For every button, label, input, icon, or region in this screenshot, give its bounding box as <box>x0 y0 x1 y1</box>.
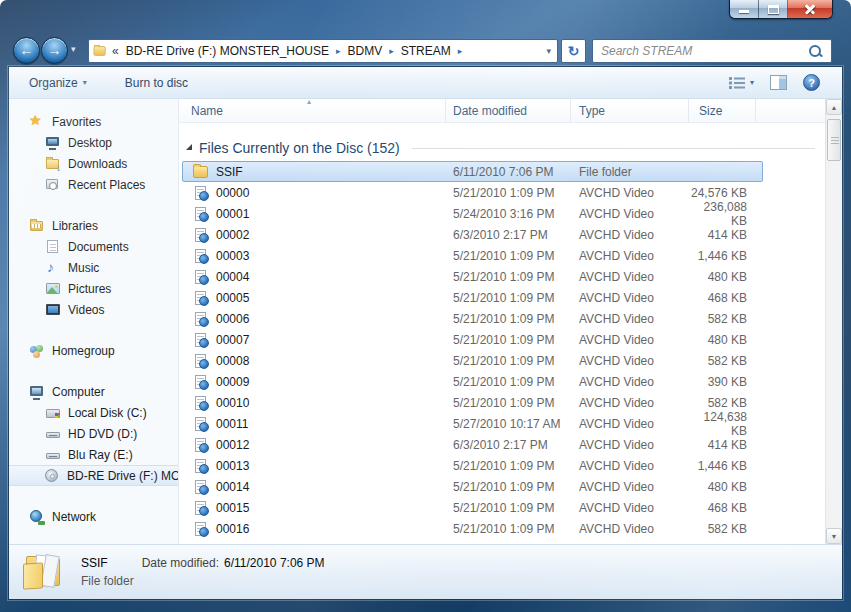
sidebar-label: Music <box>68 261 99 275</box>
toolbar-right-group: ▾ ? <box>729 74 820 91</box>
scroll-down-button[interactable]: ▼ <box>826 528 842 544</box>
table-row[interactable]: 00002 6/3/2010 2:17 PM AVCHD Video 414 K… <box>179 224 825 245</box>
star-icon <box>29 114 45 130</box>
back-button[interactable]: ← <box>13 37 40 64</box>
recent-places-icon <box>45 177 61 193</box>
vertical-scrollbar[interactable]: ▲ ▼ <box>825 99 842 544</box>
sidebar-item-videos[interactable]: Videos <box>9 299 178 320</box>
column-header-name[interactable]: ▴ Name <box>179 99 446 122</box>
table-row[interactable]: 00016 5/21/2010 1:09 PM AVCHD Video 582 … <box>179 518 825 539</box>
sidebar-label: Favorites <box>52 115 101 129</box>
column-header-date-modified[interactable]: Date modified <box>446 99 571 122</box>
burn-to-disc-button[interactable]: Burn to disc <box>117 72 196 94</box>
group-header-label: Files Currently on the Disc (152) <box>199 140 400 156</box>
chevron-down-icon: ▾ <box>750 78 754 87</box>
breadcrumb-overflow[interactable]: « <box>112 44 119 58</box>
forward-button[interactable]: → <box>41 37 68 64</box>
sidebar-item-documents[interactable]: Documents <box>9 236 178 257</box>
sort-ascending-icon: ▴ <box>307 97 311 106</box>
table-row[interactable]: 00009 5/21/2010 1:09 PM AVCHD Video 390 … <box>179 371 825 392</box>
hard-disk-icon <box>45 405 61 421</box>
avchd-video-icon <box>193 353 209 369</box>
main-area: Favorites Desktop ↓ Downloads Recent Pla… <box>9 99 842 544</box>
table-row[interactable]: 00006 5/21/2010 1:09 PM AVCHD Video 582 … <box>179 308 825 329</box>
scrollbar-thumb[interactable] <box>827 119 841 161</box>
back-icon: ← <box>20 42 34 58</box>
navigation-pane: Favorites Desktop ↓ Downloads Recent Pla… <box>9 99 179 544</box>
music-icon <box>45 260 61 276</box>
change-view-button[interactable]: ▾ <box>729 77 754 89</box>
minimize-button[interactable] <box>730 0 759 18</box>
disc-icon <box>44 468 60 484</box>
sidebar-item-pictures[interactable]: Pictures <box>9 278 178 299</box>
search-box <box>592 39 832 63</box>
table-row[interactable]: 00012 6/3/2010 2:17 PM AVCHD Video 414 K… <box>179 434 825 455</box>
sidebar-item-desktop[interactable]: Desktop <box>9 132 178 153</box>
caption-buttons <box>729 0 833 19</box>
table-row[interactable]: 00008 5/21/2010 1:09 PM AVCHD Video 582 … <box>179 350 825 371</box>
breadcrumb-segment-stream[interactable]: STREAM <box>399 44 453 58</box>
organize-button[interactable]: Organize ▾ <box>21 72 95 94</box>
table-row[interactable]: 00004 5/21/2010 1:09 PM AVCHD Video 480 … <box>179 266 825 287</box>
group-expanded-icon[interactable] <box>186 144 192 150</box>
group-header[interactable]: Files Currently on the Disc (152) <box>179 135 825 161</box>
refresh-icon: ↻ <box>568 43 580 59</box>
sidebar-item-music[interactable]: Music <box>9 257 178 278</box>
details-date-label: Date modified: <box>142 556 219 570</box>
avchd-video-icon <box>193 248 209 264</box>
search-input[interactable] <box>593 40 809 62</box>
libraries-icon <box>29 218 45 234</box>
sidebar-item-libraries[interactable]: Libraries <box>9 215 178 236</box>
table-row[interactable]: 00003 5/21/2010 1:09 PM AVCHD Video 1,44… <box>179 245 825 266</box>
breadcrumb-arrow-icon[interactable]: ▸ <box>458 46 463 56</box>
breadcrumb-segment-drive[interactable]: BD-RE Drive (F:) MONSTER_HOUSE <box>124 44 331 58</box>
preview-pane-button[interactable] <box>770 75 787 90</box>
search-icon[interactable] <box>809 44 823 58</box>
sidebar-label: Homegroup <box>52 344 115 358</box>
column-header-size[interactable]: Size <box>689 99 756 122</box>
avchd-video-icon <box>193 416 209 432</box>
avchd-video-icon <box>193 479 209 495</box>
avchd-video-icon <box>193 227 209 243</box>
avchd-video-icon <box>193 185 209 201</box>
sidebar-label: Recent Places <box>68 178 145 192</box>
breadcrumb-arrow-icon[interactable]: ▸ <box>336 46 341 56</box>
column-header-type[interactable]: Type <box>571 99 689 122</box>
table-row[interactable]: 00005 5/21/2010 1:09 PM AVCHD Video 468 … <box>179 287 825 308</box>
close-button[interactable] <box>788 0 832 18</box>
avchd-video-icon <box>193 332 209 348</box>
scroll-up-button[interactable]: ▲ <box>826 99 842 115</box>
sidebar-label: Local Disk (C:) <box>68 406 147 420</box>
network-icon <box>29 509 45 525</box>
sidebar-label: Network <box>52 510 96 524</box>
breadcrumb-arrow-icon[interactable]: ▸ <box>389 46 394 56</box>
sidebar-label: Videos <box>68 303 104 317</box>
help-button[interactable]: ? <box>803 74 820 91</box>
table-row[interactable]: 00015 5/21/2010 1:09 PM AVCHD Video 468 … <box>179 497 825 518</box>
maximize-button[interactable] <box>759 0 788 18</box>
address-bar[interactable]: « BD-RE Drive (F:) MONSTER_HOUSE ▸ BDMV … <box>88 39 558 63</box>
table-row[interactable]: 00014 5/21/2010 1:09 PM AVCHD Video 480 … <box>179 476 825 497</box>
sidebar-item-network[interactable]: Network <box>9 506 178 527</box>
sidebar-item-homegroup[interactable]: Homegroup <box>9 340 178 361</box>
sidebar-item-hd-dvd-d[interactable]: HD DVD (D:) <box>9 423 178 444</box>
table-row[interactable]: 00007 5/21/2010 1:09 PM AVCHD Video 480 … <box>179 329 825 350</box>
column-header-filler <box>756 99 825 122</box>
address-dropdown-icon[interactable]: ▾ <box>546 46 551 56</box>
refresh-button[interactable]: ↻ <box>561 39 586 63</box>
history-dropdown[interactable]: ▾ <box>71 44 76 54</box>
sidebar-item-local-disk-c[interactable]: Local Disk (C:) <box>9 402 178 423</box>
breadcrumb-segment-bdmv[interactable]: BDMV <box>346 44 385 58</box>
sidebar-item-computer[interactable]: Computer <box>9 381 178 402</box>
table-row[interactable]: 00013 5/21/2010 1:09 PM AVCHD Video 1,44… <box>179 455 825 476</box>
table-row[interactable]: 00001 5/24/2010 3:16 PM AVCHD Video 236,… <box>179 203 825 224</box>
sidebar-item-recent-places[interactable]: Recent Places <box>9 174 178 195</box>
sidebar-label: Libraries <box>52 219 98 233</box>
sidebar-item-blu-ray-e[interactable]: Blu Ray (E:) <box>9 444 178 465</box>
sidebar-item-favorites[interactable]: Favorites <box>9 111 178 132</box>
forward-icon: → <box>48 42 62 58</box>
sidebar-item-downloads[interactable]: ↓ Downloads <box>9 153 178 174</box>
table-row[interactable]: 00011 5/27/2010 10:17 AM AVCHD Video 124… <box>179 413 825 434</box>
sidebar-item-bdre-drive-f[interactable]: BD-RE Drive (F:) MO <box>9 465 178 486</box>
table-row[interactable]: SSIF 6/11/2010 7:06 PM File folder <box>179 161 825 182</box>
